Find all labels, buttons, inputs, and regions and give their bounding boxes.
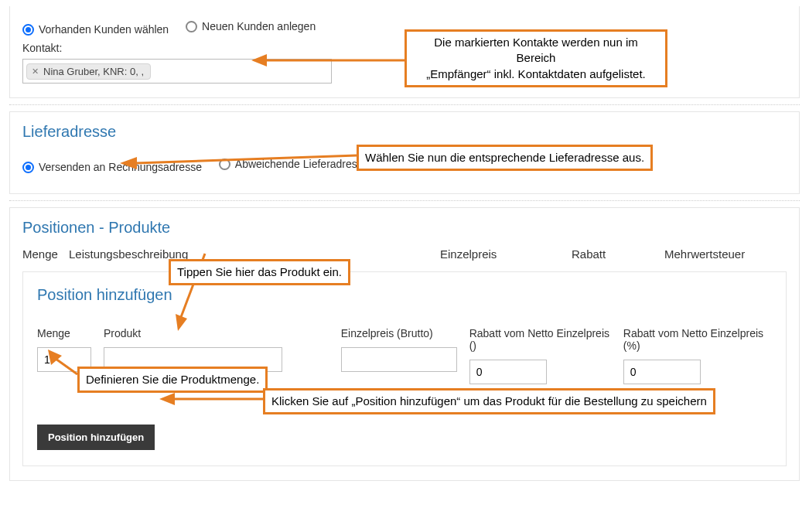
radio-billing-label: Versenden an Rechnungsadresse [39,161,202,173]
annotation-contacts: Die markierten Kontakte werden nun im Be… [404,29,667,87]
radio-new-customer[interactable]: Neuen Kunden anlegen [186,20,316,32]
contact-chip-label: Nina Gruber, KNR: 0, , [43,66,144,77]
discount-abs-label: Rabatt vom Netto Einzelpreis () [469,327,611,352]
annotation-qty-hint: Definieren Sie die Produktmenge. [77,367,268,393]
positions-title: Positionen - Produkte [22,219,787,237]
discount-abs-input[interactable] [469,360,547,384]
radio-checked-icon [22,162,34,173]
col-unit: Einzelpreis [440,247,572,261]
radio-unchecked-icon [219,159,230,170]
add-position-subpanel: Position hinzufügen Menge Produkt Einzel… [22,271,787,466]
add-position-button[interactable]: Position hinzufügen [37,425,155,450]
col-discount: Rabatt [572,247,664,261]
discount-pct-field-wrapper: Rabatt vom Netto Einzelpreis (%) [623,327,772,384]
delivery-panel: Lieferadresse Versenden an Rechnungsadre… [9,111,800,194]
radio-new-label: Neuen Kunden anlegen [202,20,316,32]
positions-panel: Positionen - Produkte Menge Leistungsbes… [9,207,800,481]
radio-existing-label: Vorhanden Kunden wählen [39,23,169,36]
discount-pct-label: Rabatt vom Netto Einzelpreis (%) [623,327,772,352]
col-qty: Menge [22,247,69,261]
product-field-wrapper: Produkt [104,327,282,372]
contact-tag-input[interactable]: ✕ Nina Gruber, KNR: 0, , [22,59,332,84]
discount-pct-input[interactable] [623,360,701,384]
recipient-panel: Vorhanden Kunden wählen Neuen Kunden anl… [9,6,800,98]
radio-unchecked-icon [186,21,197,32]
delivery-title: Lieferadresse [22,123,787,141]
separator [9,104,800,105]
positions-col-headers: Menge Leistungsbeschreibung Einzelpreis … [22,247,787,261]
annotation-submit-hint: Klicken Sie auf „Position hinzufügen“ um… [263,388,715,414]
annotation-delivery: Wählen Sie nun die entsprechende Liefera… [357,145,653,171]
add-position-title: Position hinzufügen [37,286,772,304]
separator [9,200,800,201]
col-vat: Mehrwertsteuer [664,247,745,261]
chip-remove-icon[interactable]: ✕ [32,66,39,77]
product-label: Produkt [104,327,282,339]
unitprice-label: Einzelpreis (Brutto) [341,327,457,339]
contact-chip[interactable]: ✕ Nina Gruber, KNR: 0, , [26,63,151,80]
unitprice-input[interactable] [341,347,457,372]
radio-other-label: Abweichende Lieferadresse [235,158,369,170]
radio-other-address[interactable]: Abweichende Lieferadresse [219,158,369,170]
svg-marker-9 [159,393,175,405]
radio-billing-address[interactable]: Versenden an Rechnungsadresse [22,161,202,173]
radio-existing-customer[interactable]: Vorhanden Kunden wählen [22,23,169,36]
qty-field-wrapper: Menge [37,327,91,372]
annotation-product-hint: Tippen Sie hier das Produkt ein. [169,259,350,285]
discount-abs-field-wrapper: Rabatt vom Netto Einzelpreis () [469,327,611,384]
radio-checked-icon [22,24,34,36]
unitprice-field-wrapper: Einzelpreis (Brutto) [341,327,457,372]
qty-label: Menge [37,327,91,339]
